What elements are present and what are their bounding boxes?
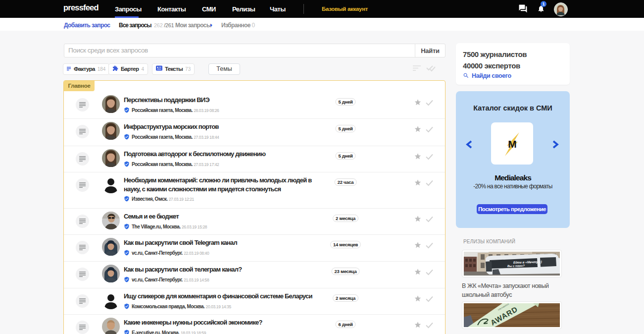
svg-text:Вы с нами?: Вы с нами? [507, 264, 525, 268]
svg-text:M: M [508, 138, 517, 150]
